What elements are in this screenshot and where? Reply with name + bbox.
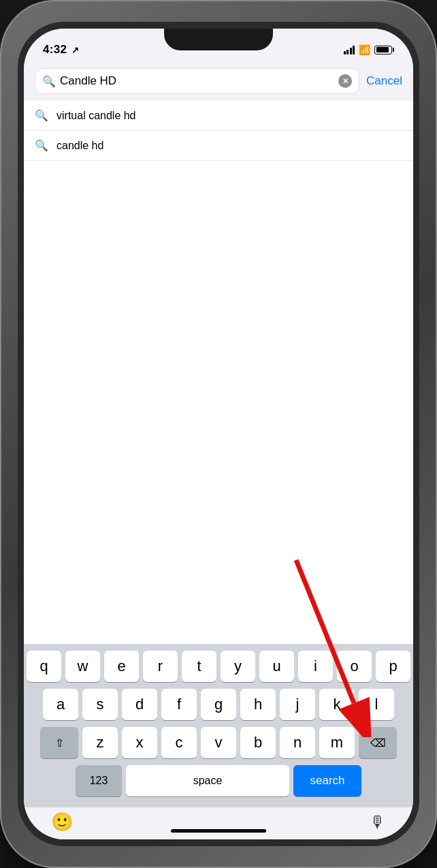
keyboard-row-2: a s d f g h j k l — [27, 689, 410, 720]
key-o[interactable]: o — [337, 651, 372, 682]
suggestions-list: 🔍 virtual candle hd 🔍 candle hd — [24, 101, 413, 161]
numbers-key[interactable]: 123 — [76, 765, 122, 796]
key-g[interactable]: g — [201, 689, 236, 720]
delete-key[interactable]: ⌫ — [359, 727, 397, 758]
suggestion-search-icon-1: 🔍 — [35, 109, 48, 122]
signal-icon — [344, 45, 355, 55]
screen: 4:32 ↗ 📶 — [24, 29, 413, 839]
key-u[interactable]: u — [259, 651, 294, 682]
search-key[interactable]: search — [293, 765, 361, 796]
phone-inner: 4:32 ↗ 📶 — [18, 22, 419, 846]
keyboard-row-4: 123 space search — [27, 765, 410, 796]
key-l[interactable]: l — [359, 689, 394, 720]
key-e[interactable]: e — [104, 651, 139, 682]
key-s[interactable]: s — [82, 689, 118, 720]
content-area — [24, 161, 413, 644]
clear-button[interactable] — [338, 74, 352, 88]
battery-icon — [374, 46, 394, 55]
space-key[interactable]: space — [126, 765, 289, 796]
key-z[interactable]: z — [82, 727, 118, 758]
search-input-wrap[interactable]: 🔍 — [35, 68, 359, 94]
key-d[interactable]: d — [122, 689, 157, 720]
search-icon: 🔍 — [42, 75, 56, 88]
status-icons: 📶 — [344, 44, 395, 55]
key-b[interactable]: b — [240, 727, 276, 758]
key-x[interactable]: x — [122, 727, 157, 758]
wifi-icon: 📶 — [359, 44, 370, 55]
emoji-button[interactable]: 🙂 — [51, 811, 73, 833]
suggestion-item-1[interactable]: 🔍 virtual candle hd — [24, 101, 413, 131]
key-k[interactable]: k — [319, 689, 355, 720]
suggestion-search-icon-2: 🔍 — [35, 139, 48, 152]
search-bar-row: 🔍 Cancel — [35, 68, 402, 94]
suggestion-item-2[interactable]: 🔍 candle hd — [24, 131, 413, 161]
key-w[interactable]: w — [65, 651, 100, 682]
bottom-bar: 🙂 🎙 — [24, 807, 413, 839]
key-i[interactable]: i — [298, 651, 333, 682]
key-j[interactable]: j — [280, 689, 315, 720]
status-time: 4:32 ↗ — [43, 43, 80, 57]
microphone-button[interactable]: 🎙 — [370, 813, 386, 832]
home-indicator — [171, 829, 266, 833]
suggestion-text-2: candle hd — [56, 140, 103, 152]
notch — [164, 29, 273, 50]
key-r[interactable]: r — [143, 651, 178, 682]
cancel-button[interactable]: Cancel — [366, 74, 402, 88]
key-t[interactable]: t — [182, 651, 216, 682]
key-n[interactable]: n — [280, 727, 315, 758]
key-h[interactable]: h — [240, 689, 276, 720]
key-p[interactable]: p — [376, 651, 410, 682]
key-a[interactable]: a — [43, 689, 78, 720]
keyboard-row-3: ⇧ z x c v b n m ⌫ — [27, 727, 410, 758]
phone-frame: 4:32 ↗ 📶 — [0, 0, 437, 868]
keyboard-row-1: q w e r t y u i o p — [27, 651, 410, 682]
key-v[interactable]: v — [201, 727, 236, 758]
key-y[interactable]: y — [221, 651, 255, 682]
key-q[interactable]: q — [27, 651, 61, 682]
search-input[interactable] — [60, 74, 334, 88]
key-c[interactable]: c — [161, 727, 197, 758]
suggestion-text-1: virtual candle hd — [56, 110, 136, 122]
status-bar: 4:32 ↗ 📶 — [24, 29, 413, 63]
key-m[interactable]: m — [319, 727, 355, 758]
keyboard: q w e r t y u i o p a s d f g — [24, 644, 413, 807]
shift-key[interactable]: ⇧ — [40, 727, 78, 758]
key-f[interactable]: f — [161, 689, 197, 720]
search-area: 🔍 Cancel — [24, 63, 413, 101]
